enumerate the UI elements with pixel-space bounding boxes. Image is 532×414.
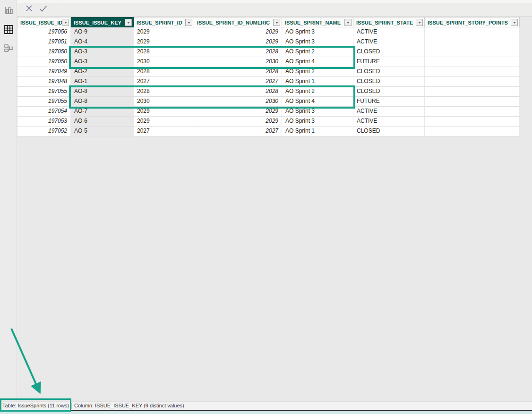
table-cell[interactable]: 2028 [194, 67, 282, 77]
filter-dropdown-icon[interactable] [185, 19, 192, 26]
table-cell[interactable]: AO-8 [71, 97, 134, 107]
table-cell[interactable]: 2028 [134, 87, 194, 97]
table-cell[interactable]: 197055 [17, 87, 71, 97]
table-cell[interactable]: AO-3 [71, 47, 134, 57]
table-cell[interactable]: 2029 [134, 117, 194, 127]
table-cell[interactable]: AO-1 [71, 77, 134, 87]
table-cell[interactable] [425, 77, 520, 87]
table-cell[interactable]: CLOSED [353, 67, 425, 77]
table-cell[interactable] [425, 117, 520, 127]
table-cell[interactable]: AO Sprint 2 [282, 87, 353, 97]
table-cell[interactable]: ACTIVE [353, 107, 425, 117]
table-cell[interactable]: CLOSED [353, 47, 425, 57]
table-cell[interactable]: AO-3 [71, 57, 134, 67]
column-header-issue_sprint_state[interactable]: ISSUE_SPRINT_STATE [353, 17, 425, 27]
filter-dropdown-icon[interactable] [273, 19, 280, 26]
table-cell[interactable]: 2030 [134, 57, 194, 67]
column-header-issue_issue_key[interactable]: ISSUE_ISSUE_KEY [71, 17, 134, 27]
table-cell[interactable]: AO Sprint 3 [282, 117, 353, 127]
table-cell[interactable] [425, 27, 520, 37]
table-cell[interactable]: 197050 [17, 47, 71, 57]
table-cell[interactable]: 2030 [194, 57, 282, 67]
column-header-issue_issue_id[interactable]: ISSUE_ISSUE_ID [17, 17, 71, 27]
column-header-issue_sprint_id_numeric[interactable]: ISSUE_SPRINT_ID_NUMERIC [194, 17, 282, 27]
table-cell[interactable]: 197051 [17, 37, 71, 47]
table-cell[interactable]: ACTIVE [353, 37, 425, 47]
table-cell[interactable]: AO-5 [71, 127, 134, 136]
filter-dropdown-icon[interactable] [125, 19, 132, 26]
sidebar-item-model-view[interactable] [0, 40, 17, 57]
table-cell[interactable]: AO-7 [71, 107, 134, 117]
table-cell[interactable]: 2028 [194, 87, 282, 97]
table-cell[interactable]: 2028 [134, 47, 194, 57]
table-cell[interactable]: 197049 [17, 67, 71, 77]
formula-input[interactable] [60, 3, 528, 15]
table-cell[interactable] [425, 37, 520, 47]
table-cell[interactable]: AO Sprint 1 [282, 127, 353, 136]
table-cell[interactable]: AO-9 [71, 27, 134, 37]
table-cell[interactable]: AO Sprint 2 [282, 67, 353, 77]
table-cell[interactable]: AO Sprint 3 [282, 27, 353, 37]
table-cell[interactable]: AO Sprint 1 [282, 77, 353, 87]
column-header-issue_sprint_story_points[interactable]: ISSUE_SPRINT_STORY_POINTS [425, 17, 520, 27]
commit-button[interactable] [37, 3, 49, 15]
sidebar-item-report-view[interactable] [0, 2, 17, 19]
table-cell[interactable]: 2030 [194, 97, 282, 107]
table-cell[interactable]: FUTURE [353, 57, 425, 67]
table-cell[interactable]: AO-2 [71, 67, 134, 77]
table-cell[interactable]: 197055 [17, 97, 71, 107]
table-cell[interactable] [425, 87, 520, 97]
table-cell[interactable] [425, 107, 520, 117]
table-cell[interactable]: 2029 [194, 107, 282, 117]
filter-dropdown-icon[interactable] [62, 19, 69, 26]
table-cell[interactable]: 2030 [134, 97, 194, 107]
cancel-button[interactable] [23, 3, 35, 15]
table-cell[interactable]: AO Sprint 2 [282, 47, 353, 57]
column-header-issue_sprint_id[interactable]: ISSUE_SPRINT_ID [134, 17, 194, 27]
table-cell[interactable]: AO-4 [71, 37, 134, 47]
table-cell[interactable]: 2027 [194, 127, 282, 136]
table-cell[interactable]: ACTIVE [353, 27, 425, 37]
table-cell[interactable]: ACTIVE [353, 117, 425, 127]
column-header-label: ISSUE_SPRINT_ID_NUMERIC [197, 20, 270, 25]
table-cell[interactable]: CLOSED [353, 87, 425, 97]
table-cell[interactable]: 2029 [194, 27, 282, 37]
table-cell[interactable]: 197052 [17, 127, 71, 136]
table-cell[interactable]: 2028 [134, 67, 194, 77]
table-cell[interactable]: 197050 [17, 57, 71, 67]
sidebar-item-data-view[interactable] [0, 21, 17, 38]
table-cell[interactable]: CLOSED [353, 127, 425, 136]
table-cell[interactable]: 197054 [17, 107, 71, 117]
table-cell[interactable]: AO Sprint 4 [282, 97, 353, 107]
table-cell[interactable]: 2027 [134, 77, 194, 87]
table-cell[interactable]: 2028 [194, 47, 282, 57]
table-cell[interactable] [425, 97, 520, 107]
table-cell[interactable] [425, 127, 520, 136]
table-cell[interactable]: 2029 [134, 27, 194, 37]
table-cell[interactable]: 2027 [134, 127, 194, 136]
table-cell[interactable]: AO Sprint 4 [282, 57, 353, 67]
table-cell[interactable]: 197053 [17, 117, 71, 127]
column-header-issue_sprint_name[interactable]: ISSUE_SPRINT_NAME [282, 17, 353, 27]
table-cell[interactable]: AO-6 [71, 117, 134, 127]
filter-dropdown-icon[interactable] [344, 19, 352, 26]
table-cell[interactable] [425, 57, 520, 67]
table-cell[interactable]: 2029 [134, 37, 194, 47]
table-cell[interactable]: AO Sprint 3 [282, 37, 353, 47]
table-cell[interactable]: CLOSED [353, 77, 425, 87]
table-row: 197054AO-720292029AO Sprint 3ACTIVE [17, 107, 520, 117]
table-cell[interactable] [425, 47, 520, 57]
table-cell[interactable]: AO Sprint 3 [282, 107, 353, 117]
table-cell[interactable]: FUTURE [353, 97, 425, 107]
table-cell[interactable]: 197056 [17, 27, 71, 37]
table-cell[interactable]: 197048 [17, 77, 71, 87]
table-cell[interactable]: AO-8 [71, 87, 134, 97]
table-cell[interactable]: 2029 [134, 107, 194, 117]
check-icon [39, 5, 47, 13]
table-cell[interactable]: 2029 [194, 37, 282, 47]
table-cell[interactable] [425, 67, 520, 77]
table-cell[interactable]: 2029 [194, 117, 282, 127]
filter-dropdown-icon[interactable] [511, 19, 518, 26]
table-cell[interactable]: 2027 [194, 77, 282, 87]
filter-dropdown-icon[interactable] [416, 19, 423, 26]
